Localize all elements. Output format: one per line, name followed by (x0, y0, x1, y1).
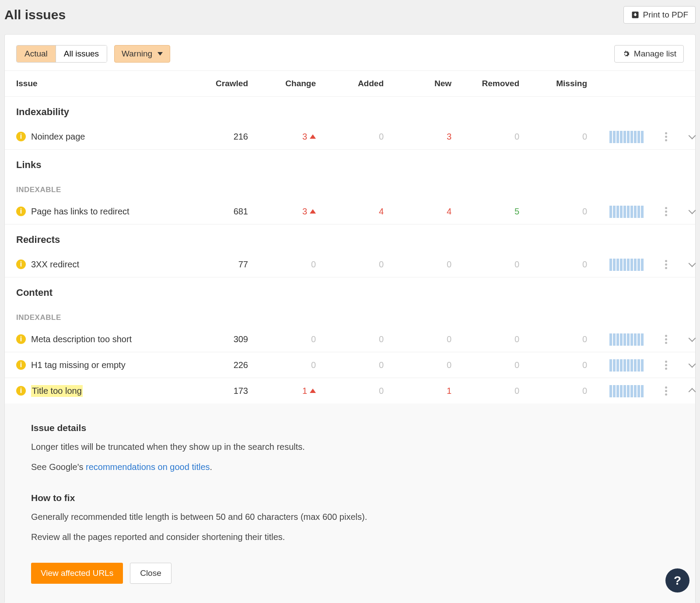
cell-new: 0 (397, 360, 465, 370)
cell-missing: 0 (532, 132, 600, 142)
table-header: Issue Crawled Change Added New Removed M… (5, 70, 695, 97)
sparkline (609, 333, 644, 346)
expand-row-button[interactable] (679, 337, 700, 341)
row-menu-button[interactable] (653, 335, 679, 344)
issue-name[interactable]: 3XX redirect (31, 259, 79, 270)
cell-added: 0 (329, 360, 397, 370)
dots-vertical-icon (665, 361, 667, 370)
page-title: All issues (4, 7, 66, 22)
sparkline (609, 384, 644, 397)
details-heading: Issue details (31, 423, 669, 433)
cell-change: 3 (302, 207, 307, 217)
sub-section-indexable: INDEXABLE (5, 305, 695, 326)
row-menu-button[interactable] (653, 207, 679, 216)
expand-row-button[interactable] (679, 135, 700, 138)
warning-icon: i (16, 132, 26, 141)
dots-vertical-icon (665, 335, 667, 344)
chevron-down-icon (689, 207, 696, 214)
cell-removed: 0 (465, 132, 532, 142)
issue-details-panel: Issue details Longer titles will be trun… (5, 403, 695, 603)
warning-icon: i (16, 360, 26, 370)
th-issue[interactable]: Issue (16, 79, 204, 88)
gear-icon (622, 49, 630, 58)
issue-name[interactable]: Meta description too short (31, 334, 132, 344)
cell-change: 0 (261, 360, 329, 370)
expand-row-button[interactable] (679, 363, 700, 367)
th-change[interactable]: Change (261, 79, 329, 88)
section-indexability: Indexability (5, 97, 695, 124)
manage-list-label: Manage list (634, 49, 676, 59)
up-arrow-icon (310, 389, 316, 393)
row-menu-button[interactable] (653, 260, 679, 269)
th-added[interactable]: Added (329, 79, 397, 88)
issue-name[interactable]: Noindex page (31, 132, 85, 142)
chevron-down-icon (689, 260, 696, 267)
th-new[interactable]: New (397, 79, 465, 88)
tab-all-issues[interactable]: All issues (56, 46, 107, 62)
cell-crawled: 173 (204, 386, 261, 396)
caret-down-icon (158, 52, 163, 56)
howtofix-text: Generally recommended title length is be… (31, 510, 669, 523)
cell-change: 0 (261, 259, 329, 270)
view-toggle: Actual All issues (16, 45, 107, 63)
th-removed[interactable]: Removed (465, 79, 532, 88)
table-row: i H1 tag missing or empty 226 0 0 0 0 0 (5, 352, 695, 378)
howtofix-text2: Review all the pages reported and consid… (31, 530, 669, 543)
manage-list-button[interactable]: Manage list (614, 45, 684, 63)
chevron-down-icon (689, 361, 696, 368)
issue-name[interactable]: Page has links to redirect (31, 207, 130, 217)
dots-vertical-icon (665, 132, 667, 141)
question-icon: ? (674, 574, 681, 588)
dots-vertical-icon (665, 207, 667, 216)
dots-vertical-icon (665, 260, 667, 269)
th-missing[interactable]: Missing (532, 79, 600, 88)
row-menu-button[interactable] (653, 386, 679, 396)
cell-new: 0 (397, 259, 465, 270)
severity-filter[interactable]: Warning (114, 45, 170, 63)
details-text-pre: See Google's (31, 462, 86, 472)
tab-actual[interactable]: Actual (17, 46, 56, 62)
expand-row-button[interactable] (679, 263, 700, 266)
cell-added: 0 (329, 334, 397, 344)
cell-missing: 0 (532, 386, 600, 396)
issue-name[interactable]: Title too long (31, 385, 83, 397)
details-text-post: . (210, 462, 213, 472)
cell-added: 0 (329, 259, 397, 270)
sparkline (609, 258, 644, 271)
cell-added: 0 (329, 132, 397, 142)
cell-change: 0 (261, 334, 329, 344)
collapse-row-button[interactable] (679, 387, 700, 394)
cell-removed: 0 (465, 386, 532, 396)
row-menu-button[interactable] (653, 361, 679, 370)
cell-added: 4 (329, 207, 397, 217)
cell-removed: 0 (465, 334, 532, 344)
sparkline (609, 130, 644, 143)
cell-removed: 5 (465, 207, 532, 217)
section-redirects: Redirects (5, 224, 695, 252)
cell-change: 1 (302, 386, 307, 396)
section-content: Content (5, 277, 695, 305)
help-button[interactable]: ? (665, 568, 690, 592)
recommendations-link[interactable]: recommendations on good titles (86, 462, 210, 472)
print-pdf-button[interactable]: Print to PDF (623, 6, 696, 24)
table-row: i Meta description too short 309 0 0 0 0… (5, 326, 695, 352)
cell-removed: 0 (465, 259, 532, 270)
sub-section-indexable: INDEXABLE (5, 177, 695, 199)
cell-new: 1 (397, 386, 465, 396)
issue-name[interactable]: H1 tag missing or empty (31, 360, 126, 370)
details-text-link-line: See Google's recommendations on good tit… (31, 460, 669, 473)
details-text: Longer titles will be truncated when the… (31, 440, 669, 453)
th-crawled[interactable]: Crawled (204, 79, 261, 88)
row-menu-button[interactable] (653, 132, 679, 141)
cell-crawled: 77 (204, 259, 261, 270)
view-affected-urls-button[interactable]: View affected URLs (31, 563, 123, 584)
close-button[interactable]: Close (130, 563, 172, 584)
expand-row-button[interactable] (679, 210, 700, 213)
table-row: i Page has links to redirect 681 3 4 4 5… (5, 199, 695, 224)
table-row: i Title too long 173 1 0 1 0 0 (5, 378, 695, 403)
cell-missing: 0 (532, 259, 600, 270)
howtofix-heading: How to fix (31, 493, 669, 503)
cell-removed: 0 (465, 360, 532, 370)
table-row: i Noindex page 216 3 0 3 0 0 (5, 124, 695, 150)
cell-new: 0 (397, 334, 465, 344)
